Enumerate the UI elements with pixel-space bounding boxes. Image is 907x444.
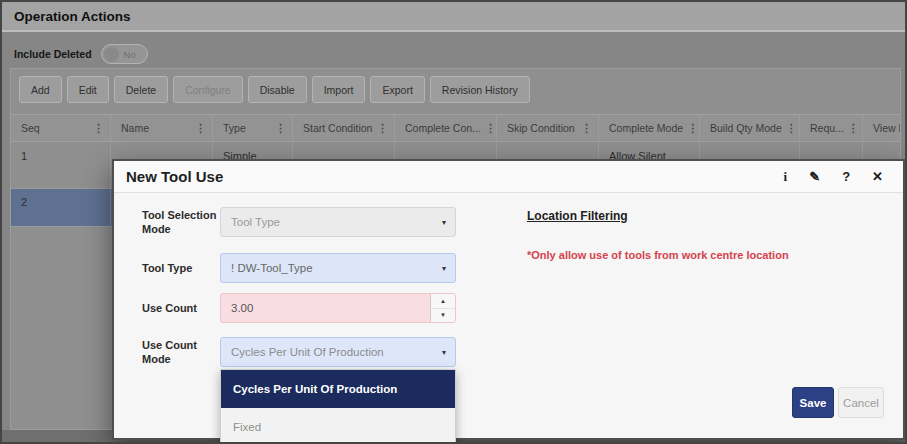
- dropdown-option-selected[interactable]: Cycles Per Unit Of Production: [221, 370, 455, 408]
- use-count-mode-label: Use Count Mode: [142, 338, 220, 367]
- cell-seq: 2: [11, 189, 111, 226]
- include-deleted-label: Include Deleted: [14, 48, 92, 60]
- include-deleted-row: Include Deleted No: [14, 42, 148, 66]
- info-icon[interactable]: i: [784, 170, 788, 183]
- location-filtering-note: *Only allow use of tools from work centr…: [527, 249, 789, 261]
- help-icon[interactable]: ?: [842, 170, 850, 183]
- use-count-mode-dropdown-list: Cycles Per Unit Of Production Fixed: [220, 369, 456, 444]
- use-count-label: Use Count: [142, 301, 220, 315]
- kebab-menu-icon[interactable]: ⋮: [377, 122, 388, 135]
- dropdown-option[interactable]: Fixed: [221, 408, 455, 444]
- column-header-type[interactable]: Type⋮: [213, 115, 293, 141]
- column-header-seq[interactable]: Seq⋮: [11, 115, 111, 141]
- tool-type-select[interactable]: ! DW-Tool_Type ▾: [220, 253, 456, 283]
- tool-type-label: Tool Type: [142, 261, 220, 275]
- edit-button[interactable]: Edit: [67, 76, 109, 103]
- toggle-state-label: No: [124, 49, 136, 60]
- kebab-menu-icon[interactable]: ⋮: [195, 122, 206, 135]
- toggle-knob-icon: [104, 47, 119, 62]
- edit-pencil-icon[interactable]: ✎: [809, 170, 820, 183]
- kebab-menu-icon[interactable]: ⋮: [581, 122, 592, 135]
- column-header-complete-mode[interactable]: Complete Mode⋮: [599, 115, 700, 141]
- close-icon[interactable]: ✕: [872, 170, 883, 183]
- chevron-down-icon: ▾: [442, 348, 455, 357]
- use-count-input[interactable]: 3.00 ▲ ▼: [220, 293, 456, 323]
- chevron-down-icon: ▾: [442, 264, 455, 273]
- field-use-count: Use Count 3.00 ▲ ▼: [142, 293, 456, 323]
- app-window: Operation Actions Include Deleted No Add…: [0, 0, 907, 444]
- export-button[interactable]: Export: [370, 76, 424, 103]
- column-header-skip-condition[interactable]: Skip Condition⋮: [497, 115, 599, 141]
- delete-button[interactable]: Delete: [114, 76, 168, 103]
- column-header-view-mode[interactable]: View Mo: [863, 115, 900, 141]
- kebab-menu-icon[interactable]: ⋮: [93, 122, 104, 135]
- dialog-header: New Tool Use i ✎ ? ✕: [114, 161, 903, 193]
- kebab-menu-icon[interactable]: ⋮: [848, 122, 859, 135]
- column-header-build-qty-mode[interactable]: Build Qty Mode⋮: [700, 115, 800, 141]
- spinner-up-icon[interactable]: ▲: [431, 294, 455, 308]
- configure-button: Configure: [173, 76, 243, 103]
- cancel-button[interactable]: Cancel: [838, 387, 884, 418]
- kebab-menu-icon[interactable]: ⋮: [275, 122, 286, 135]
- table-header-row: Seq⋮ Name⋮ Type⋮ Start Condition⋮ Comple…: [11, 114, 900, 142]
- dialog-actions: Save Cancel: [792, 387, 884, 418]
- tool-selection-mode-select[interactable]: Tool Type ▾: [220, 207, 456, 237]
- import-button[interactable]: Import: [312, 76, 366, 103]
- column-header-name[interactable]: Name⋮: [111, 115, 213, 141]
- field-use-count-mode: Use Count Mode Cycles Per Unit Of Produc…: [142, 337, 456, 367]
- tool-selection-mode-label: Tool Selection Mode: [142, 208, 220, 237]
- dialog-title: New Tool Use: [126, 168, 223, 185]
- kebab-menu-icon[interactable]: ⋮: [687, 122, 698, 135]
- column-header-required[interactable]: Requ...⋮: [800, 115, 863, 141]
- kebab-menu-icon[interactable]: ⋮: [786, 122, 797, 135]
- kebab-menu-icon[interactable]: ⋮: [485, 122, 496, 135]
- page-header: Operation Actions: [2, 2, 905, 32]
- column-header-start-condition[interactable]: Start Condition⋮: [293, 115, 395, 141]
- page-title: Operation Actions: [14, 9, 131, 24]
- cell-seq: 1: [11, 143, 111, 188]
- column-header-complete-condition[interactable]: Complete Con...⋮: [395, 115, 497, 141]
- location-filtering-heading: Location Filtering: [527, 209, 628, 223]
- disable-button[interactable]: Disable: [248, 76, 307, 103]
- dialog-header-icons: i ✎ ? ✕: [784, 170, 883, 183]
- quantity-stepper: ▲ ▼: [430, 294, 455, 322]
- add-button[interactable]: Add: [19, 76, 62, 103]
- use-count-mode-select[interactable]: Cycles Per Unit Of Production ▾: [220, 337, 456, 367]
- field-tool-selection-mode: Tool Selection Mode Tool Type ▾: [142, 207, 456, 237]
- new-tool-use-dialog: New Tool Use i ✎ ? ✕ Tool Selection Mode…: [112, 159, 905, 440]
- save-button[interactable]: Save: [792, 387, 834, 418]
- chevron-down-icon: ▾: [442, 218, 455, 227]
- include-deleted-toggle[interactable]: No: [101, 44, 148, 64]
- revision-history-button[interactable]: Revision History: [430, 76, 530, 103]
- field-tool-type: Tool Type ! DW-Tool_Type ▾: [142, 253, 456, 283]
- grid-toolbar: Add Edit Delete Configure Disable Import…: [19, 76, 530, 103]
- spinner-down-icon[interactable]: ▼: [431, 308, 455, 323]
